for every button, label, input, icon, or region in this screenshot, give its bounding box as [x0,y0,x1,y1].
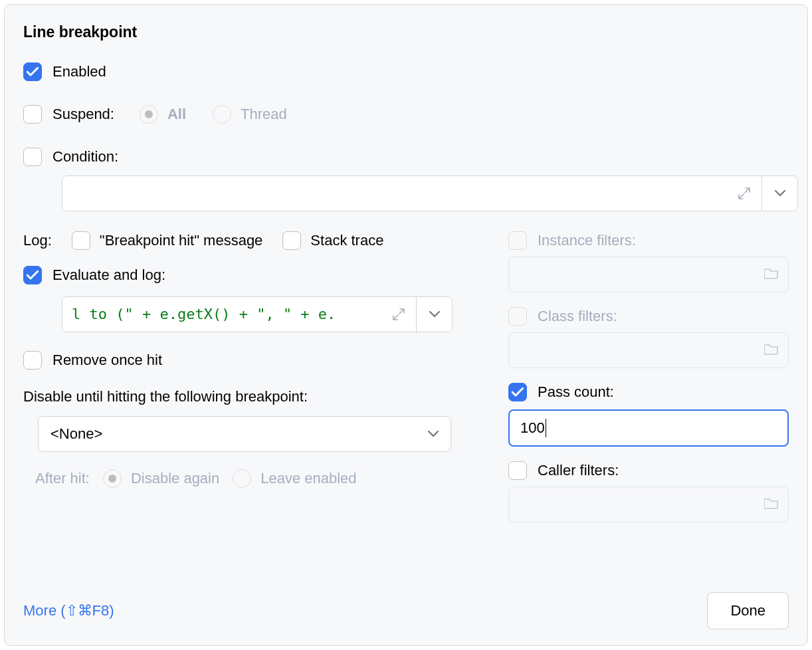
pass-count-checkbox[interactable] [508,383,527,401]
after-hit-label: After hit: [35,470,90,487]
disable-until-label: Disable until hitting the following brea… [23,388,462,405]
suspend-label: Suspend: [52,106,114,123]
disable-until-value: <None> [51,425,102,443]
log-label: Log: [23,232,52,249]
evaluate-history-dropdown[interactable] [416,297,452,332]
enabled-label: Enabled [52,63,106,80]
evaluate-input[interactable]: l to (" + e.getX() + ", " + e. [62,297,416,332]
condition-label: Condition: [52,148,118,165]
remove-once-hit-checkbox[interactable] [23,351,42,370]
expand-icon[interactable] [391,306,407,322]
suspend-thread-label: Thread [241,106,287,123]
log-hit-message-label: "Breakpoint hit" message [100,232,263,249]
disable-again-label: Disable again [131,470,219,487]
suspend-thread-radio[interactable] [213,105,231,124]
caller-filters-checkbox[interactable] [508,461,527,480]
disable-until-select[interactable]: <None> [38,416,451,452]
done-button[interactable]: Done [707,592,789,629]
expand-icon[interactable] [736,185,752,201]
leave-enabled-radio[interactable] [233,469,251,488]
folder-icon [764,266,779,283]
enabled-checkbox[interactable] [23,62,42,81]
condition-checkbox[interactable] [23,148,42,166]
disable-again-radio[interactable] [103,469,122,488]
caller-filters-label: Caller filters: [538,462,619,479]
instance-filters-checkbox[interactable] [508,231,527,250]
suspend-all-radio[interactable] [140,105,158,124]
suspend-all-label: All [167,106,186,123]
condition-input[interactable] [62,176,761,211]
instance-filters-label: Instance filters: [538,232,636,249]
dialog-title: Line breakpoint [23,23,789,41]
condition-history-dropdown[interactable] [761,176,797,211]
evaluate-checkbox[interactable] [23,266,42,284]
more-link[interactable]: More (⇧⌘F8) [23,602,114,619]
log-stack-trace-checkbox[interactable] [282,231,301,250]
class-filters-checkbox[interactable] [508,307,527,326]
breakpoint-dialog: Line breakpoint Enabled Suspend: All Thr… [4,4,808,646]
caller-filters-input[interactable] [508,487,789,522]
pass-count-value: 100 [520,419,545,437]
log-stack-trace-label: Stack trace [310,232,383,249]
pass-count-label: Pass count: [538,383,614,401]
folder-icon [764,496,779,513]
suspend-checkbox[interactable] [23,105,42,124]
text-caret [546,419,546,437]
evaluate-input-group: l to (" + e.getX() + ", " + e. [62,296,453,332]
leave-enabled-label: Leave enabled [260,470,356,487]
class-filters-label: Class filters: [538,308,617,325]
dialog-footer: More (⇧⌘F8) Done [23,592,789,629]
condition-input-group [62,175,798,211]
evaluate-label: Evaluate and log: [52,267,165,284]
pass-count-input[interactable]: 100 [508,409,789,447]
remove-once-hit-label: Remove once hit [52,352,162,369]
class-filters-input[interactable] [508,332,789,368]
folder-icon [764,342,779,359]
instance-filters-input[interactable] [508,257,789,292]
evaluate-code: l to (" + e.getX() + ", " + e. [62,306,336,322]
done-button-label: Done [730,602,765,619]
log-hit-message-checkbox[interactable] [72,231,90,250]
